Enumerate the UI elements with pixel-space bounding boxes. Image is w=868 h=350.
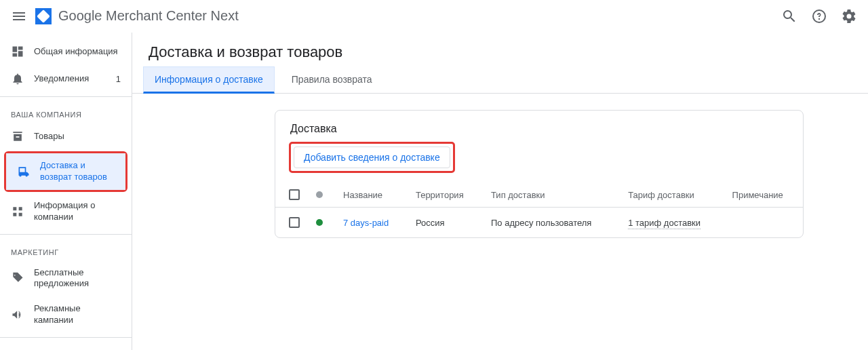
- highlight-box: Доставка и возврат товаров: [4, 151, 127, 192]
- menu-icon[interactable]: [11, 8, 27, 24]
- megaphone-icon: [11, 308, 24, 322]
- sidebar-item-notifications[interactable]: Уведомления 1: [0, 65, 132, 92]
- shipping-name-link[interactable]: 7 days-paid: [343, 218, 389, 228]
- row-type: По адресу пользователя: [483, 208, 620, 238]
- row-checkbox[interactable]: [289, 217, 300, 228]
- col-note: Примечание: [724, 182, 803, 208]
- sidebar-item-label: Товары: [34, 131, 121, 142]
- tab-return-rules[interactable]: Правила возврата: [280, 66, 384, 93]
- main-content: Доставка и возврат товаров Информация о …: [132, 33, 868, 350]
- row-territory: Россия: [408, 208, 483, 238]
- tag-icon: [11, 271, 24, 285]
- sidebar-item-free-offers[interactable]: Бесплатные предложения: [0, 260, 132, 297]
- settings-icon[interactable]: [841, 8, 857, 24]
- col-type: Тип доставки: [483, 182, 620, 208]
- help-icon[interactable]: [811, 8, 827, 24]
- sidebar-item-label: Уведомления: [34, 73, 106, 85]
- sidebar-item-campaigns[interactable]: Рекламные кампании: [0, 296, 132, 333]
- col-name: Название: [335, 182, 408, 208]
- card-title: Доставка: [275, 111, 803, 142]
- truck-icon: [17, 165, 31, 178]
- sidebar-item-company-info[interactable]: Информация о компании: [0, 193, 132, 230]
- shipping-card: Доставка Добавить сведения о доставке На…: [275, 110, 804, 238]
- row-rate[interactable]: 1 тариф доставки: [628, 218, 701, 229]
- col-territory: Территория: [408, 182, 483, 208]
- tabs: Информация о доставке Правила возврата: [132, 66, 868, 94]
- archive-icon: [11, 130, 24, 143]
- app-brand: Google Merchant Center Next: [58, 8, 239, 24]
- shipping-table: Название Территория Тип доставки Тариф д…: [275, 182, 803, 237]
- sidebar-item-label: Бесплатные предложения: [34, 267, 121, 290]
- status-dot-icon: [316, 191, 323, 198]
- sidebar-item-label: Общая информация: [34, 46, 121, 58]
- page-title: Доставка и возврат товаров: [132, 33, 868, 66]
- grid-icon: [11, 205, 24, 218]
- row-note: [724, 208, 803, 238]
- app-header: Google Merchant Center Next: [0, 0, 868, 33]
- sidebar-section-company: ВАША КОМПАНИЯ: [0, 101, 132, 123]
- sidebar-item-label: Доставка и возврат товаров: [40, 160, 115, 183]
- sidebar: Общая информация Уведомления 1 ВАША КОМП…: [0, 33, 132, 350]
- sidebar-item-overview[interactable]: Общая информация: [0, 38, 132, 65]
- add-shipping-button[interactable]: Добавить сведения о доставке: [294, 147, 450, 168]
- sidebar-item-label: Информация о компании: [34, 200, 121, 223]
- dashboard-icon: [11, 45, 24, 58]
- sidebar-item-shipping[interactable]: Доставка и возврат товаров: [6, 153, 125, 190]
- select-all-checkbox[interactable]: [289, 189, 300, 200]
- app-logo: [35, 8, 52, 24]
- sidebar-section-marketing: МАРКЕТИНГ: [0, 239, 132, 260]
- col-rate: Тариф доставки: [620, 182, 724, 208]
- sidebar-item-label: Рекламные кампании: [34, 303, 121, 326]
- bell-icon: [11, 72, 24, 85]
- highlight-box: Добавить сведения о доставке: [289, 142, 455, 173]
- status-active-icon: [316, 219, 323, 226]
- notification-count: 1: [116, 74, 121, 84]
- search-icon[interactable]: [781, 8, 797, 24]
- table-row: 7 days-paid Россия По адресу пользовател…: [275, 208, 803, 238]
- sidebar-section-activity: АКТИВНОСТЬ: [0, 342, 132, 350]
- sidebar-item-products[interactable]: Товары: [0, 123, 132, 150]
- tab-shipping-info[interactable]: Информация о доставке: [143, 66, 275, 94]
